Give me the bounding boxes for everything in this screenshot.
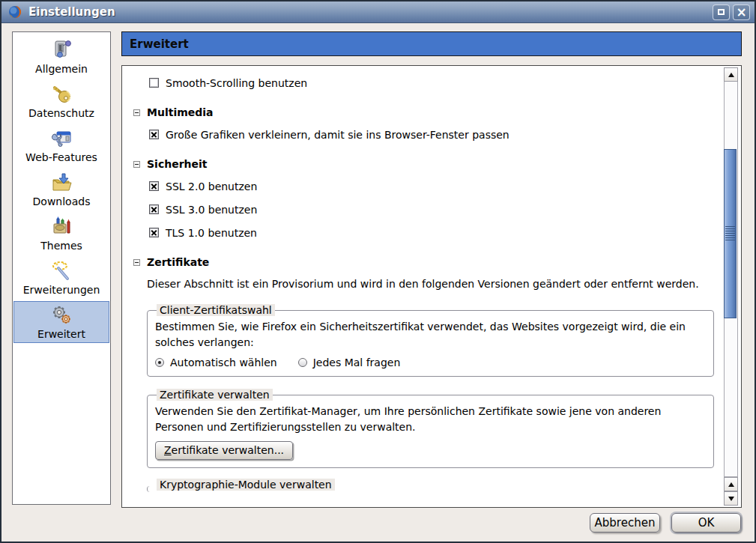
close-button[interactable]: × bbox=[733, 4, 750, 20]
option-ssl2[interactable]: SSL 2.0 benutzen bbox=[149, 178, 723, 194]
option-label: SSL 2.0 benutzen bbox=[166, 181, 257, 192]
groupbox-kryptographie-module: Kryptographie-Module verwalten bbox=[147, 480, 714, 492]
sidebar-item-allgemein[interactable]: Allgemein bbox=[13, 36, 109, 78]
section-multimedia[interactable]: Multimedia bbox=[133, 106, 723, 118]
groupbox-legend: Client-Zertifikatswahl bbox=[157, 304, 275, 316]
wrench-window-icon bbox=[49, 127, 73, 151]
scroll-down-button[interactable] bbox=[724, 491, 738, 506]
radio-label: Automatisch wählen bbox=[170, 357, 277, 368]
vertical-scrollbar[interactable] bbox=[724, 67, 738, 506]
groupbox-legend: Kryptographie-Module verwalten bbox=[157, 479, 335, 491]
section-sicherheit[interactable]: Sicherheit bbox=[133, 158, 723, 170]
checkbox-checked[interactable] bbox=[149, 181, 159, 191]
sidebar-item-themes[interactable]: Themes bbox=[13, 213, 109, 255]
zertifikate-verwalten-button[interactable]: Zertifikate verwalten... bbox=[155, 441, 293, 460]
scroll-up-button-bottom[interactable] bbox=[724, 477, 738, 491]
key-icon bbox=[49, 82, 73, 106]
switchboard-icon bbox=[49, 38, 73, 62]
firefox-icon bbox=[8, 5, 22, 19]
sidebar-item-downloads[interactable]: Downloads bbox=[13, 169, 109, 210]
radio-jedes-mal[interactable] bbox=[298, 358, 307, 367]
option-smooth-scrolling[interactable]: Smooth-Scrolling benutzen bbox=[149, 75, 723, 91]
sidebar-item-label: Themes bbox=[40, 240, 82, 252]
sidebar-item-erweiterungen[interactable]: Erweiterungen bbox=[13, 257, 109, 299]
scrollbar-grip bbox=[725, 226, 735, 241]
sidebar-item-label: Erweiterungen bbox=[23, 284, 100, 296]
sidebar-item-datenschutz[interactable]: Datenschutz bbox=[13, 80, 109, 122]
sidebar-item-web-features[interactable]: Web-Features bbox=[13, 124, 109, 166]
groupbox-zertifikate-verwalten: Zertifikate verwalten Verwenden Sie den … bbox=[147, 389, 714, 468]
pane-header: Erweitert bbox=[121, 31, 742, 56]
option-ssl3[interactable]: SSL 3.0 benutzen bbox=[149, 201, 723, 217]
pane-title: Erweitert bbox=[130, 37, 189, 51]
option-label: SSL 3.0 benutzen bbox=[166, 204, 257, 216]
section-zertifikate[interactable]: Zertifikate bbox=[133, 256, 723, 268]
radio-automatisch-selected[interactable] bbox=[155, 358, 164, 367]
radio-label: Jedes Mal fragen bbox=[313, 357, 401, 368]
collapse-icon[interactable] bbox=[133, 161, 140, 168]
gears-icon bbox=[49, 303, 73, 327]
section-title: Zertifikate bbox=[147, 256, 209, 268]
collapse-icon[interactable] bbox=[133, 259, 140, 266]
sidebar-item-erweitert[interactable]: Erweitert bbox=[13, 301, 109, 343]
close-icon: × bbox=[736, 6, 746, 19]
scroll-up-icon bbox=[728, 482, 734, 487]
ok-button[interactable]: OK bbox=[671, 513, 741, 533]
checkbox-checked[interactable] bbox=[149, 130, 159, 139]
checkbox-unchecked[interactable] bbox=[149, 78, 159, 88]
option-grafiken[interactable]: Große Grafiken verkleinern, damit sie in… bbox=[149, 127, 723, 142]
zertifikate-description: Dieser Abschnitt ist ein Provisorium und… bbox=[147, 276, 714, 292]
sidebar-item-label: Erweitert bbox=[37, 328, 85, 340]
scrollbar-thumb[interactable] bbox=[724, 149, 737, 318]
download-folder-icon bbox=[49, 171, 73, 195]
cancel-button[interactable]: Abbrechen bbox=[590, 513, 660, 533]
section-title: Sicherheit bbox=[147, 158, 208, 170]
groupbox-legend: Zertifikate verwalten bbox=[157, 389, 273, 401]
checkbox-checked[interactable] bbox=[149, 228, 159, 237]
option-label: Smooth-Scrolling benutzen bbox=[166, 77, 307, 89]
preferences-dialog: Einstellungen × Allgemein bbox=[0, 0, 756, 543]
groupbox-client-zertifikatswahl: Client-Zertifikatswahl Bestimmen Sie, wi… bbox=[147, 304, 714, 377]
option-label: Große Grafiken verkleinern, damit sie in… bbox=[166, 129, 509, 141]
magic-wand-icon bbox=[49, 259, 73, 283]
checkbox-checked[interactable] bbox=[149, 204, 159, 214]
sidebar-item-label: Datenschutz bbox=[28, 107, 94, 119]
section-title: Multimedia bbox=[147, 106, 214, 118]
sidebar-item-label: Web-Features bbox=[25, 151, 97, 163]
settings-panel: Smooth-Scrolling benutzen Multimedia Gro… bbox=[121, 65, 742, 508]
sidebar-item-label: Allgemein bbox=[35, 63, 88, 75]
maximize-icon bbox=[718, 9, 725, 15]
option-tls1[interactable]: TLS 1.0 benutzen bbox=[149, 225, 723, 240]
titlebar[interactable]: Einstellungen × bbox=[1, 1, 755, 23]
window-title: Einstellungen bbox=[28, 5, 115, 19]
scroll-up-button[interactable] bbox=[724, 67, 738, 82]
collapse-icon[interactable] bbox=[133, 109, 140, 116]
client-description: Bestimmen Sie, wie Firefox ein Sicherhei… bbox=[155, 319, 706, 351]
sidebar-item-label: Downloads bbox=[33, 195, 91, 207]
maximize-button[interactable] bbox=[713, 4, 730, 20]
scroll-up-icon bbox=[728, 73, 734, 77]
option-label: TLS 1.0 benutzen bbox=[166, 227, 257, 239]
scroll-down-icon bbox=[728, 497, 734, 501]
manage-description: Verwenden Sie den Zertifikat-Manager, um… bbox=[155, 404, 706, 435]
crayons-icon bbox=[49, 215, 73, 239]
category-sidebar: Allgemein Datenschutz Web-Features bbox=[12, 31, 111, 505]
